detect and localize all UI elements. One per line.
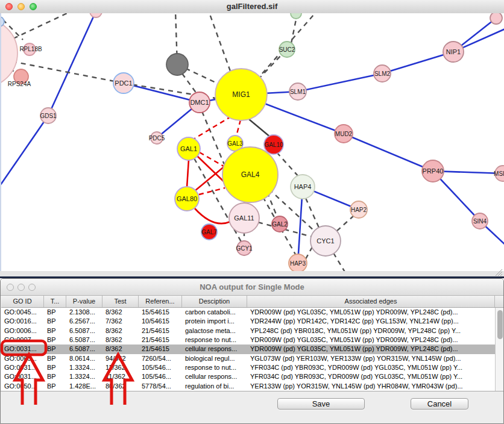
cell-edges[interactable]: YPL248C (pd) YBR018C, YML051W (pp) YDR00… <box>247 326 495 335</box>
cell-goid[interactable]: GO:0031... <box>1 344 44 354</box>
cell-reference[interactable]: 5778/54... <box>139 382 182 391</box>
cell-pvalue[interactable]: 6.5087... <box>66 335 102 344</box>
cell-pvalue[interactable]: 6.2567... <box>66 317 102 326</box>
table-row[interactable]: GO:0045...BP2.1308...8/36215/54615carbon… <box>1 308 495 317</box>
network-edge-black <box>249 119 271 137</box>
table-row[interactable]: GO:0065...BP8.0614...94/3627260/54...bio… <box>1 354 495 363</box>
cell-description[interactable]: protein import i... <box>182 317 247 326</box>
cell-description[interactable]: regulation of bi... <box>182 382 247 391</box>
cell-edges[interactable]: YFR034C (pd) YBR093C, YDR009W (pd) YGL03… <box>247 363 495 372</box>
cell-type[interactable]: BP <box>44 335 66 344</box>
cell-reference[interactable]: 21/54615 <box>139 335 182 344</box>
column-header-description[interactable]: Desciption <box>182 296 247 307</box>
cell-type[interactable]: BP <box>44 326 66 335</box>
cell-pvalue[interactable]: 6.5087... <box>66 344 102 354</box>
node-unlabeled[interactable] <box>90 13 102 17</box>
cell-goid[interactable]: GO:0050... <box>1 382 44 391</box>
cell-type[interactable]: BP <box>44 344 66 354</box>
cell-goid[interactable]: GO:0007... <box>1 335 44 344</box>
cell-reference[interactable]: 105/546... <box>139 372 182 381</box>
cell-test[interactable]: 94/362 <box>102 354 139 363</box>
save-button[interactable]: Save <box>277 398 365 410</box>
main-titlebar[interactable]: galFiltered.sif <box>0 0 504 14</box>
cell-description[interactable]: biological regul... <box>182 354 247 363</box>
cell-description[interactable]: response to nut... <box>182 335 247 344</box>
column-header-goid[interactable]: GO ID <box>1 296 44 307</box>
node-unlabeled[interactable] <box>490 13 502 24</box>
cell-test[interactable]: 11/362 <box>102 363 139 372</box>
cell-edges[interactable]: YDR244W (pp) YDR142C, YDR142C (pp) YGL15… <box>247 317 495 326</box>
cell-edges[interactable]: YDR009W (pd) YGL035C, YML051W (pp) YDR00… <box>247 335 495 344</box>
column-header-reference[interactable]: Referen... <box>139 296 182 307</box>
cell-test[interactable]: 8/362 <box>102 326 139 335</box>
node-label: PDC1 <box>115 80 132 87</box>
cell-test[interactable]: 8/362 <box>102 344 139 354</box>
cell-type[interactable]: BP <box>44 372 66 381</box>
scrollbar-thumb[interactable] <box>497 310 503 339</box>
cell-pvalue[interactable]: 6.5087... <box>66 326 102 335</box>
network-edge-gray <box>277 152 299 177</box>
cell-goid[interactable]: GO:0065... <box>1 354 44 363</box>
cell-edges[interactable]: YDR009W (pd) YGL035C, YML051W (pp) YDR00… <box>247 344 495 354</box>
cell-pvalue[interactable]: 1.3324... <box>66 363 102 372</box>
table-row[interactable]: GO:0031...BP1.3324...11/362105/546...res… <box>1 363 495 372</box>
cell-type[interactable]: BP <box>44 382 66 391</box>
cell-reference[interactable]: 7260/54... <box>139 354 182 363</box>
cell-edges[interactable]: YER133W (pp) YOR315W, YNL145W (pd) YHR08… <box>247 382 495 391</box>
cell-edges[interactable]: YFR034C (pd) YBR093C, YDR009W (pd) YGL03… <box>247 372 495 381</box>
cell-goid[interactable]: GO:0045... <box>1 308 44 317</box>
window-title: galFiltered.sif <box>0 2 504 11</box>
cell-test[interactable]: 8/362 <box>102 308 139 317</box>
noa-window: NOA output for Single Mode GO IDT...P-va… <box>0 278 504 424</box>
cell-goid[interactable]: GO:0016... <box>1 317 44 326</box>
column-header-pvalue[interactable]: P-value <box>66 296 102 307</box>
cell-description[interactable]: carbon cataboli... <box>182 308 247 317</box>
table-row[interactable]: GO:0006...BP6.5087...8/36221/54615galact… <box>1 326 495 335</box>
cell-type[interactable]: BP <box>44 317 66 326</box>
column-header-type[interactable]: T... <box>44 296 66 307</box>
cell-reference[interactable]: 105/546... <box>139 363 182 372</box>
cell-type[interactable]: BP <box>44 354 66 363</box>
noa-titlebar[interactable]: NOA output for Single Mode <box>1 279 503 296</box>
cell-edges[interactable]: YGL073W (pd) YER103W, YER133W (pp) YOR31… <box>247 354 495 363</box>
cell-goid[interactable]: GO:0006... <box>1 326 44 335</box>
column-header-edges[interactable]: Associated edges <box>247 296 495 307</box>
cell-pvalue[interactable]: 1.428E... <box>66 382 102 391</box>
column-header-test[interactable]: Test <box>102 296 139 307</box>
cell-reference[interactable]: 21/54615 <box>139 344 182 354</box>
cell-type[interactable]: BP <box>44 308 66 317</box>
cell-description[interactable]: cellular respons... <box>182 344 247 354</box>
cell-description[interactable]: response to nut... <box>182 363 247 372</box>
cell-reference[interactable]: 15/54615 <box>139 308 182 317</box>
table-row[interactable]: GO:0050...BP1.428E...80/3625778/54...reg… <box>1 382 495 391</box>
table-row[interactable]: GO:0007...BP6.5087...8/36221/54615respon… <box>1 335 495 344</box>
cell-pvalue[interactable]: 1.3324... <box>66 372 102 381</box>
cell-test[interactable]: 8/362 <box>102 335 139 344</box>
network-svg[interactable]: RPL18BRPS24AGDS1PDC1PDC5DMC1MIG1SUC2SLM1… <box>1 13 504 271</box>
cell-edges[interactable]: YDR009W (pd) YGL035C, YML051W (pp) YDR00… <box>247 308 495 317</box>
cell-pvalue[interactable]: 8.0614... <box>66 354 102 363</box>
node-label: GAL4 <box>241 170 260 179</box>
cell-goid[interactable]: GO:0031... <box>1 363 44 372</box>
cell-description[interactable]: cellular respons... <box>182 372 247 381</box>
cell-goid[interactable]: GO:0031... <box>1 372 44 381</box>
table-row[interactable]: GO:0031...BP6.5087...8/36221/54615cellul… <box>1 344 495 354</box>
cell-reference[interactable]: 21/54615 <box>139 326 182 335</box>
table-row[interactable]: GO:0031...BP1.3324...11/362105/546...cel… <box>1 372 495 381</box>
node-label: MUD2 <box>335 131 353 137</box>
table-row[interactable]: GO:0016...BP6.2567...7/36210/54615protei… <box>1 317 495 326</box>
cell-description[interactable]: galactose meta... <box>182 326 247 335</box>
node-unlabeled[interactable] <box>291 13 301 19</box>
cell-test[interactable]: 80/362 <box>102 382 139 391</box>
network-view[interactable]: RPL18BRPS24AGDS1PDC1PDC5DMC1MIG1SUC2SLM1… <box>0 13 504 271</box>
table-scrollbar[interactable] <box>495 308 504 391</box>
cell-pvalue[interactable]: 2.1308... <box>66 308 102 317</box>
cell-test[interactable]: 11/362 <box>102 372 139 381</box>
node-unlabeled[interactable] <box>166 54 188 75</box>
screen: galFiltered.sif RPL18BRPS24AGDS1PDC1PDC5… <box>0 0 504 424</box>
cancel-button[interactable]: Cancel <box>411 398 468 410</box>
resize-grip-icon[interactable] <box>493 269 503 276</box>
cell-type[interactable]: BP <box>44 363 66 372</box>
cell-reference[interactable]: 10/54615 <box>139 317 182 326</box>
cell-test[interactable]: 7/362 <box>102 317 139 326</box>
